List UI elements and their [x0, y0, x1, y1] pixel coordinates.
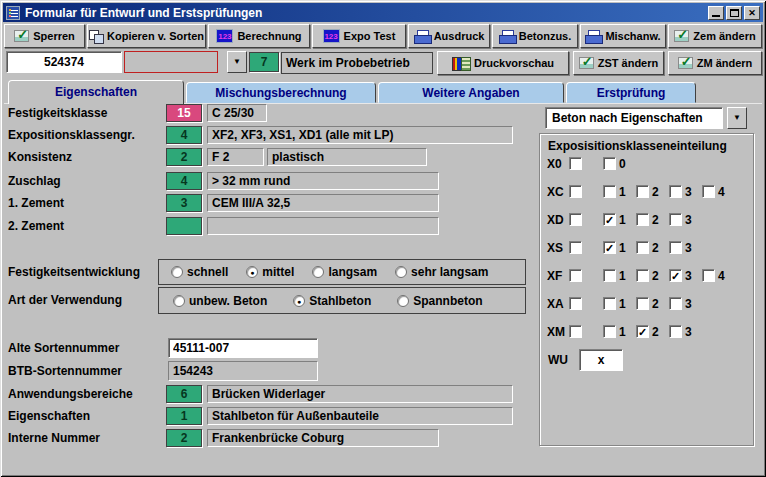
tab-eigenschaften[interactable]: Eigenschaften	[8, 80, 184, 104]
zuschlag-value: > 32 mm rund	[207, 172, 439, 190]
sperren-button[interactable]: Sperren	[4, 24, 85, 48]
checkbox-xd-1[interactable]: ✓	[603, 213, 616, 226]
print-preview-icon	[452, 57, 470, 70]
label-zuschlag: Zuschlag	[8, 174, 61, 188]
beton-typ-dropdown-button[interactable]: ▼	[727, 107, 747, 129]
checkbox-xf-2[interactable]	[636, 269, 649, 282]
checkbox-xs-main[interactable]	[569, 241, 582, 254]
tab-weitere-angaben[interactable]: Weitere Angaben	[378, 82, 564, 103]
radio-spannbeton[interactable]: Spannbeton	[397, 294, 482, 308]
zm-aendern-button[interactable]: ZM ändern	[668, 51, 762, 75]
checkbox-xa-main[interactable]	[569, 297, 582, 310]
checkbox-xf-main[interactable]	[569, 269, 582, 282]
checkbox-xc-1[interactable]	[603, 185, 616, 198]
ausdruck-button[interactable]: Ausdruck	[408, 24, 490, 48]
zem-aendern-button[interactable]: Zem ändern	[668, 24, 762, 48]
expositionsklassen-group-title: Exposisitionsklasseneinteilung	[548, 139, 727, 153]
zm-aendern-label: ZM ändern	[697, 57, 753, 69]
checkbox-num-label: 3	[685, 213, 692, 227]
btb-sortennummer-value: 154243	[168, 361, 318, 381]
radio-stahlbeton[interactable]: ● Stahlbeton	[293, 294, 371, 308]
radio-unbew-beton-label: unbew. Beton	[189, 294, 267, 308]
zst-aendern-button[interactable]: ZST ändern	[573, 51, 664, 75]
checkbox-num-label: 3	[685, 185, 692, 199]
expo-test-button[interactable]: 123 Expo Test	[312, 24, 406, 48]
label-zement-2: 2. Zement	[8, 219, 64, 233]
chevron-down-icon: ▼	[733, 113, 741, 122]
radio-stahlbeton-label: Stahlbeton	[309, 294, 371, 308]
label-wu: WU	[548, 353, 568, 367]
checkbox-xc-3[interactable]	[669, 185, 682, 198]
festigkeitsklasse-value: C 25/30	[207, 104, 267, 122]
checkbox-xc-main[interactable]	[569, 185, 582, 198]
checkbox-xa-2[interactable]	[636, 297, 649, 310]
close-button[interactable]: ✕	[744, 6, 760, 20]
radio-mittel[interactable]: ● mittel	[246, 265, 294, 279]
kopieren-label: Kopieren v. Sorten	[107, 30, 204, 42]
check-icon	[14, 30, 29, 42]
art-der-verwendung-radio-group: unbew. Beton ● Stahlbeton Spannbeton	[158, 287, 526, 314]
label-zement-1: 1. Zement	[8, 196, 64, 210]
checkbox-num-label: 4	[718, 269, 725, 283]
checkbox-xm-main[interactable]	[569, 325, 582, 338]
checkbox-num-label: 2	[652, 241, 659, 255]
alte-sortennummer-input[interactable]	[168, 338, 318, 358]
betonzus-button[interactable]: Betonzus.	[492, 24, 578, 48]
radio-mittel-label: mittel	[262, 265, 294, 279]
radio-langsam[interactable]: langsam	[312, 265, 377, 279]
checkbox-xc-4[interactable]	[702, 185, 715, 198]
beton-typ-combo[interactable]: Beton nach Eigenschaften	[545, 107, 723, 129]
checkbox-xf-3[interactable]: ✓	[669, 269, 682, 282]
radio-circle-icon	[397, 295, 409, 307]
druckvorschau-button[interactable]: Druckvorschau	[437, 51, 569, 75]
kopieren-v-sorten-button[interactable]: Kopieren v. Sorten	[87, 24, 206, 48]
sort-combo-dropdown-button[interactable]: ▼	[227, 51, 247, 73]
tab-erstpruefung[interactable]: Erstprüfung	[566, 82, 696, 103]
tab-mischungsberechnung[interactable]: Mischungsberechnung	[186, 82, 376, 103]
radio-unbew-beton[interactable]: unbew. Beton	[173, 294, 267, 308]
expositionsklassengr-value: XF2, XF3, XS1, XD1 (alle mit LP)	[207, 126, 513, 144]
checkbox-xa-3[interactable]	[669, 297, 682, 310]
checkbox-xd-main[interactable]	[569, 213, 582, 226]
app-form-icon	[6, 6, 20, 20]
checkbox-x0-0[interactable]	[603, 157, 616, 170]
sort-combo-field[interactable]	[124, 51, 218, 73]
checkbox-xm-3[interactable]	[669, 325, 682, 338]
checkbox-xm-2[interactable]: ✓	[636, 325, 649, 338]
checkbox-xs-1[interactable]: ✓	[603, 241, 616, 254]
checkbox-num-label: 4	[718, 185, 725, 199]
radio-circle-icon: ●	[246, 266, 258, 278]
radio-schnell[interactable]: schnell	[171, 265, 228, 279]
radio-circle-icon	[173, 295, 185, 307]
radio-circle-icon	[171, 266, 183, 278]
checkbox-xs-3[interactable]	[669, 241, 682, 254]
checkbox-num-label: 3	[685, 325, 692, 339]
checkbox-xa-1[interactable]	[603, 297, 616, 310]
checkbox-xm-1[interactable]	[603, 325, 616, 338]
checkbox-xf-4[interactable]	[702, 269, 715, 282]
zuschlag-count-badge: 4	[166, 172, 202, 190]
anwendungsbereiche-value: Brücken Widerlager	[207, 385, 513, 403]
checkbox-xd-2[interactable]	[636, 213, 649, 226]
checkbox-xd-3[interactable]	[669, 213, 682, 226]
checkbox-num-label: 1	[619, 185, 626, 199]
calculator-123-icon: 123	[216, 29, 233, 43]
radio-sehr-langsam[interactable]: sehr langsam	[395, 265, 488, 279]
title-bar[interactable]: Formular für Entwurf und Erstsprüfungen …	[3, 3, 763, 22]
maximize-button[interactable]	[726, 6, 742, 20]
checkbox-xs-2[interactable]	[636, 241, 649, 254]
mischanw-button[interactable]: Mischanw.	[580, 24, 666, 48]
app-window: Formular für Entwurf und Erstsprüfungen …	[0, 0, 766, 477]
interne-nummer-count-badge: 2	[166, 429, 202, 447]
checkbox-x0-main[interactable]	[569, 157, 582, 170]
checkbox-xf-1[interactable]	[603, 269, 616, 282]
label-art-der-verwendung: Art der Verwendung	[8, 293, 122, 307]
berechnung-button[interactable]: 123 Berechnung	[208, 24, 310, 48]
radio-dot: ●	[250, 269, 254, 276]
checkbox-xc-2[interactable]	[636, 185, 649, 198]
check-icon	[678, 57, 693, 69]
minimize-button[interactable]	[708, 6, 724, 20]
eigenschaften-value: Stahlbeton für Außenbauteile	[207, 407, 513, 425]
sort-number-input[interactable]	[6, 51, 122, 73]
wu-input[interactable]	[579, 349, 623, 371]
